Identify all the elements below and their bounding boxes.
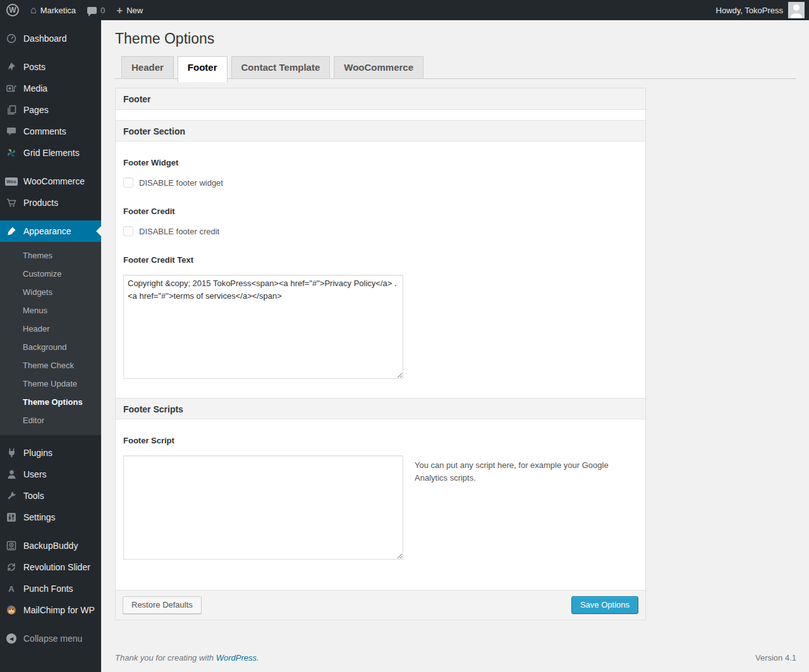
footer-script-label: Footer Script [123,436,638,445]
comment-count: 0 [100,6,105,15]
user-avatar [788,2,805,18]
sidebar-item-media[interactable]: Media [0,78,101,99]
site-name-menu[interactable]: Marketica [30,5,76,15]
submenu-item-background[interactable]: Background [0,338,101,356]
footer-credit-label: Footer Credit [123,207,638,216]
sidebar-item-settings[interactable]: Settings [0,507,101,528]
wordpress-link[interactable]: WordPress. [216,653,259,663]
submenu-item-menus[interactable]: Menus [0,301,101,320]
sidebar-item-mailchimp[interactable]: MailChimp for WP [0,599,101,621]
submenu-item-themes[interactable]: Themes [0,246,101,265]
account-menu[interactable]: Howdy, TokoPress [716,2,809,18]
panel-title: Footer [116,88,645,110]
submenu-item-theme-options[interactable]: Theme Options [0,393,101,411]
footer-script-textarea[interactable] [123,455,403,560]
footer-credit-checkbox-row: DISABLE footer credit [123,226,638,236]
settings-sliders-icon [5,512,18,522]
woocommerce-badge-icon: Woo [5,177,18,186]
footer-widget-field: Footer Widget DISABLE footer widget [123,158,638,188]
submenu-item-customize[interactable]: Customize [0,265,101,283]
submenu-item-header[interactable]: Header [0,320,101,338]
sidebar-item-woocommerce[interactable]: Woo WooCommerce [0,171,101,192]
panel-spacer [116,110,645,120]
paintbrush-icon [5,226,18,236]
restore-defaults-button[interactable]: Restore Defaults [123,596,202,614]
current-menu-arrow [91,226,101,236]
submenu-item-editor[interactable]: Editor [0,411,101,429]
submenu-item-theme-check[interactable]: Theme Check [0,356,101,375]
sidebar-item-punch-fonts[interactable]: Punch Fonts [0,578,101,599]
site-name: Marketica [40,6,76,15]
version-text: Version 4.1 [755,653,796,663]
backup-drive-icon [5,541,18,551]
letter-a-icon [5,584,18,594]
sidebar-item-grid-elements[interactable]: Grid Elements [0,142,101,164]
speech-bubble-icon [5,127,18,136]
main-content: Theme Options Header Footer Contact Temp… [101,20,809,672]
collapse-menu-button[interactable]: Collapse menu [0,628,101,649]
footer-credit-text-textarea[interactable]: Copyright &copy; 2015 TokoPress<span><a … [123,275,403,379]
section-header-footer-section: Footer Section [116,120,645,141]
footer-widget-checkbox-label: DISABLE footer widget [139,178,223,188]
camera-icon [5,84,18,93]
new-label: New [126,6,143,15]
mailchimp-monkey-icon [5,605,18,615]
footer-credit-text-label: Footer Credit Text [123,255,638,265]
sidebar-item-pages[interactable]: Pages [0,99,101,121]
dashboard-icon [5,33,18,44]
pin-icon [5,62,18,72]
cart-icon [5,198,18,208]
sidebar-item-dashboard[interactable]: Dashboard [0,28,101,49]
comment-bubble-icon [87,7,97,14]
footer-script-field: Footer Script You can put any script her… [123,436,638,560]
wrench-icon [5,491,18,501]
submenu-item-widgets[interactable]: Widgets [0,283,101,301]
footer-credit-checkbox[interactable] [123,226,133,236]
grid-elements-pinwheel-icon [5,148,18,158]
pages-icon [5,105,18,115]
footer-scripts-body: Footer Script You can put any script her… [116,419,645,590]
sidebar-item-appearance[interactable]: Appearance [0,220,101,242]
user-icon [5,469,18,479]
footer-widget-checkbox-row: DISABLE footer widget [123,177,638,188]
wordpress-logo-icon[interactable] [6,4,19,16]
collapse-arrow-icon [5,633,18,644]
thankyou-text: Thank you for creating with WordPress. [115,653,259,663]
submenu-item-theme-update[interactable]: Theme Update [0,375,101,393]
sidebar-item-comments[interactable]: Comments [0,121,101,142]
page-title: Theme Options [115,20,796,56]
footer-credit-field: Footer Credit DISABLE footer credit [123,207,638,236]
footer-credit-text-field: Footer Credit Text Copyright &copy; 2015… [123,255,638,381]
plus-icon [116,5,123,16]
new-content-menu[interactable]: New [116,5,143,16]
appearance-submenu: Themes Customize Widgets Menus Header Ba… [0,242,101,435]
plug-icon [5,448,18,458]
sidebar-item-users[interactable]: Users [0,464,101,485]
sidebar-item-tools[interactable]: Tools [0,485,101,507]
home-icon [30,5,37,15]
comments-menu[interactable]: 0 [87,6,105,15]
sidebar-item-products[interactable]: Products [0,192,101,213]
admin-sidebar: Dashboard Posts Media Pages Comments [0,20,101,672]
panel-action-bar: Restore Defaults Save Options [116,590,645,620]
tab-header[interactable]: Header [121,56,174,78]
footer-script-help-text: You can put any script here, for example… [415,455,617,560]
options-panel: Footer Footer Section Footer Widget DISA… [115,88,646,620]
sidebar-item-backupbuddy[interactable]: BackupBuddy [0,535,101,556]
howdy-text: Howdy, TokoPress [716,6,783,15]
footer-widget-checkbox[interactable] [123,177,133,188]
tab-woocommerce[interactable]: WooCommerce [334,56,423,78]
sidebar-item-posts[interactable]: Posts [0,56,101,78]
sidebar-item-revolution-slider[interactable]: Revolution Slider [0,556,101,578]
tab-bar: Header Footer Contact Template WooCommer… [115,56,796,79]
sidebar-item-plugins[interactable]: Plugins [0,442,101,464]
tab-contact-template[interactable]: Contact Template [231,56,331,78]
admin-bar: Marketica 0 New Howdy, TokoPress [0,0,809,20]
tab-footer[interactable]: Footer [178,56,228,82]
admin-page-footer: Thank you for creating with WordPress. V… [115,653,796,663]
section-header-footer-scripts: Footer Scripts [116,398,645,419]
footer-section-body: Footer Widget DISABLE footer widget Foot… [116,141,645,398]
footer-widget-label: Footer Widget [123,158,638,167]
save-options-button[interactable]: Save Options [571,596,638,614]
refresh-arrows-icon [5,562,18,572]
